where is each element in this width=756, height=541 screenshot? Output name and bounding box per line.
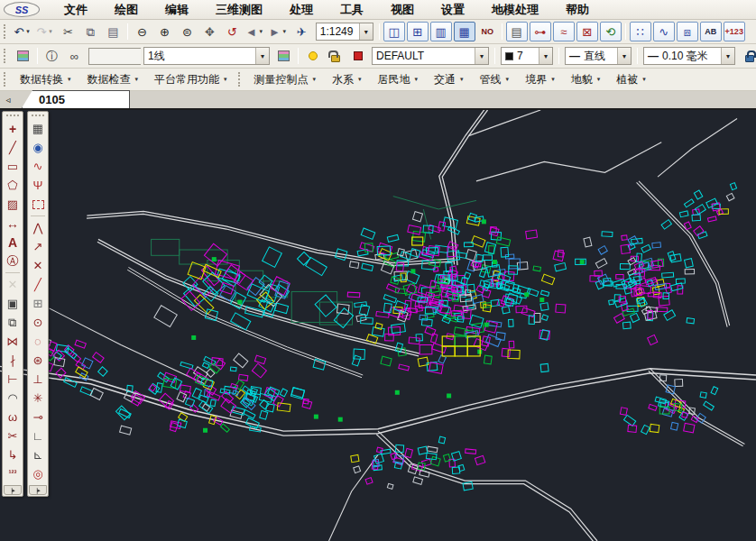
chevron-down-icon[interactable]: ▾ <box>617 48 631 64</box>
curve-fit-tool[interactable]: ω <box>4 408 23 426</box>
viewport-split-button[interactable]: ⊞ <box>407 22 429 41</box>
menu-boundary[interactable]: 境界▾ <box>517 70 563 89</box>
text-table-tool[interactable]: Ⓐ <box>4 252 23 270</box>
axis-origin-tool[interactable]: ∟ <box>29 426 48 445</box>
viewport-single-button[interactable]: ◫ <box>383 22 405 41</box>
palette-grip[interactable] <box>32 115 44 116</box>
polygon-tool[interactable]: ⬠ <box>4 176 23 195</box>
contour-loop-button[interactable]: ⟲ <box>600 22 622 41</box>
text-tool[interactable]: A <box>4 233 23 252</box>
chevron-down-icon[interactable]: ▾ <box>255 48 269 64</box>
menu-water-system[interactable]: 水系▾ <box>324 70 370 89</box>
paste-button[interactable]: ▤ <box>103 22 124 41</box>
menu-draw[interactable]: 绘图 <box>101 0 152 19</box>
scatter-points-button[interactable]: ∷ <box>630 22 651 41</box>
point-tool[interactable]: + <box>4 119 23 138</box>
vertex-add-tool[interactable]: ⋀ <box>29 218 48 237</box>
menu-settings[interactable]: 设置 <box>428 0 478 19</box>
palette-overflow-button[interactable]: |▸ <box>4 485 22 495</box>
red-line-tool[interactable]: ╱ <box>29 275 48 294</box>
menu-view[interactable]: 视图 <box>377 0 428 19</box>
layer-browse-button[interactable]: ∞ <box>64 46 85 66</box>
dem-grid-button[interactable]: ▤ <box>506 22 528 41</box>
zoom-window-button[interactable]: ⊜ <box>177 22 198 41</box>
menu-data-convert[interactable]: 数据转换▾ <box>12 70 79 89</box>
menu-help[interactable]: 帮助 <box>552 0 603 19</box>
arc-edit-tool[interactable]: ◠ <box>4 389 23 408</box>
zoom-previous-button[interactable]: ◄▾ <box>244 22 266 41</box>
scale-combo[interactable]: 1:1249▾ <box>316 23 373 41</box>
chevron-down-icon[interactable]: ▾ <box>359 23 373 40</box>
trim-tool[interactable]: ∤ <box>4 351 23 370</box>
target-wheel-tool[interactable]: ◎ <box>29 464 48 483</box>
cut-button[interactable]: ✂ <box>58 22 78 41</box>
copy-button[interactable]: ⧉ <box>80 22 101 41</box>
attribute-table-tool[interactable]: ▦ <box>29 119 48 138</box>
undo-button[interactable]: ↶▾ <box>13 22 33 41</box>
layer-color-chip[interactable] <box>347 46 368 66</box>
layer-filter-field[interactable] <box>88 48 141 65</box>
selection-box-tool[interactable] <box>29 195 48 214</box>
lineweight-combo[interactable]: —0.10 毫米▾ <box>643 47 735 65</box>
menu-landform[interactable]: 地貌▾ <box>563 70 609 89</box>
chevron-down-icon[interactable]: ▾ <box>257 28 265 35</box>
contour-label-button[interactable]: ⊠ <box>576 22 598 41</box>
layer-manager-button[interactable] <box>13 46 33 66</box>
perpendicular-tool[interactable]: ⊥ <box>29 370 48 389</box>
mirror-tool[interactable]: ⋈ <box>4 332 23 351</box>
layer-combo[interactable]: 1线▾ <box>143 47 270 65</box>
line-tool[interactable]: ╱ <box>4 138 23 157</box>
menu-process[interactable]: 处理 <box>276 0 327 19</box>
chevron-down-icon[interactable]: ▾ <box>721 48 734 64</box>
zoom-in-button[interactable]: ⊕ <box>154 22 175 41</box>
pan-button[interactable]: ✥ <box>199 22 220 41</box>
menu-traffic[interactable]: 交通▾ <box>426 70 472 89</box>
chevron-down-icon[interactable]: ▾ <box>281 28 289 35</box>
fly-view-button[interactable]: ✈ <box>291 22 312 41</box>
palette-grip[interactable] <box>6 115 19 116</box>
wave-line-button[interactable]: ∿ <box>653 22 675 41</box>
info-button[interactable]: ⓘ <box>41 46 62 66</box>
palette-overflow-button[interactable]: |▸ <box>29 485 47 495</box>
vertex-delete-tool[interactable]: ✕ <box>29 256 48 275</box>
number-label-tool[interactable]: ¹²³ <box>4 464 23 483</box>
vegetation-symbol-tool[interactable]: Ψ <box>29 176 48 195</box>
menu-survey-control-point[interactable]: 测量控制点▾ <box>246 70 325 89</box>
viewport-three-button[interactable]: ▥ <box>430 22 452 41</box>
contour-line-button[interactable]: ≈ <box>553 22 575 41</box>
zoom-rotate-button[interactable]: ↺ <box>222 22 243 41</box>
tab-scroll-left-button[interactable]: ◃ <box>0 91 16 108</box>
text-ab-button[interactable]: AB <box>700 22 722 41</box>
dashed-circle-tool[interactable]: ◌ <box>29 332 48 351</box>
extend-tool[interactable]: ⊢ <box>4 370 23 389</box>
block-tool[interactable]: ▣ <box>4 294 23 313</box>
menu-file[interactable]: 文件 <box>51 0 101 19</box>
copy-object-tool[interactable]: ⧉ <box>4 313 23 332</box>
node-line-tool[interactable]: ⊸ <box>29 408 48 426</box>
layer-on-button[interactable] <box>302 46 323 66</box>
menu-tools[interactable]: 工具 <box>327 0 377 19</box>
no-display-button[interactable]: NO <box>477 22 498 41</box>
menu-platform-common[interactable]: 平台常用功能▾ <box>146 70 235 89</box>
drawing-tab-0105[interactable]: 0105 <box>22 90 130 108</box>
vertex-move-tool[interactable]: ↗ <box>29 237 48 256</box>
contour-point-button[interactable]: ⊶ <box>530 22 551 41</box>
axis-angle-tool[interactable]: ⊾ <box>29 445 48 464</box>
blocks-button[interactable]: ⧈ <box>677 22 698 41</box>
style-combo[interactable]: DEFAULT▾ <box>372 47 489 65</box>
menu-edit[interactable]: 编辑 <box>152 0 202 19</box>
fillet-tool[interactable]: ↳ <box>4 445 23 464</box>
chevron-down-icon[interactable]: ▾ <box>46 28 54 35</box>
menu-dem-process[interactable]: 地模处理 <box>478 0 552 19</box>
viewport-grid-button[interactable]: ▦ <box>454 22 475 41</box>
freehand-tool[interactable]: ∿ <box>29 157 48 176</box>
chevron-down-icon[interactable]: ▾ <box>23 28 32 35</box>
color-combo[interactable]: 7▾ <box>501 47 553 65</box>
lock-properties-button[interactable] <box>739 46 756 66</box>
layer-states-button[interactable] <box>273 46 294 66</box>
hatch-tool[interactable]: ▨ <box>4 195 23 214</box>
chevron-down-icon[interactable]: ▾ <box>539 48 552 64</box>
grid-tool[interactable]: ⊞ <box>29 294 48 313</box>
linetype-combo[interactable]: —直线▾ <box>565 47 632 65</box>
lasso-tool[interactable]: ⊛ <box>29 351 48 370</box>
